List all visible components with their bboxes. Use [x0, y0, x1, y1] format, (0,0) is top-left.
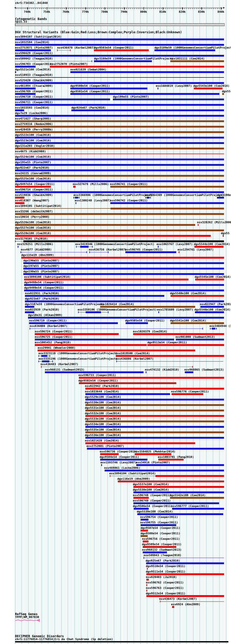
variant-bar[interactable] [94, 60, 152, 62]
variant-bar[interactable] [194, 88, 222, 89]
variant-bar-endcap[interactable] [73, 197, 74, 199]
variant-bar[interactable] [15, 219, 224, 220]
variant-bar[interactable] [41, 367, 193, 367]
variant-bar[interactable] [195, 279, 224, 280]
variant-bar[interactable] [73, 186, 76, 188]
variant-bar[interactable] [80, 246, 89, 248]
variant-bar[interactable] [23, 262, 224, 264]
variant-bar[interactable] [15, 186, 51, 188]
variant-bar[interactable] [176, 339, 224, 340]
variant-bar[interactable] [87, 448, 224, 450]
variant-bar[interactable] [85, 410, 224, 411]
variant-bar[interactable] [79, 382, 176, 384]
variant-bar[interactable] [15, 77, 224, 78]
variant-bar[interactable] [15, 142, 224, 144]
variant-bar[interactable] [172, 393, 203, 395]
variant-bar[interactable] [15, 213, 224, 215]
variant-bar[interactable] [198, 224, 199, 226]
variant-bar[interactable] [35, 333, 119, 335]
variant-bar[interactable] [101, 464, 102, 466]
variant-bar[interactable] [15, 224, 195, 226]
variant-bar-endcap[interactable] [52, 360, 53, 362]
variant-bar[interactable] [15, 44, 224, 46]
variant-bar[interactable] [170, 497, 224, 499]
variant-bar[interactable] [200, 306, 224, 308]
variant-bar[interactable] [15, 61, 92, 61]
variant-bar[interactable] [133, 497, 149, 499]
variant-bar[interactable] [57, 50, 71, 50]
variant-bar[interactable] [75, 197, 78, 199]
variant-bar-endcap[interactable] [216, 328, 217, 330]
variant-bar[interactable] [18, 246, 18, 248]
variant-bar[interactable] [89, 252, 108, 252]
variant-bar[interactable] [194, 246, 223, 248]
variant-bar[interactable] [137, 513, 223, 515]
variant-bar[interactable] [116, 361, 223, 362]
variant-bar[interactable] [35, 339, 174, 340]
variant-bar[interactable] [147, 197, 150, 199]
variant-bar[interactable] [76, 202, 76, 204]
variant-bar[interactable] [133, 333, 224, 335]
variant-bar[interactable] [15, 38, 224, 40]
variant-bar[interactable] [135, 453, 171, 455]
variant-bar[interactable] [23, 273, 224, 275]
variant-bar[interactable] [15, 98, 110, 100]
variant-bar[interactable] [15, 241, 23, 241]
variant-bar[interactable] [143, 551, 167, 553]
variant-bar[interactable] [141, 535, 148, 537]
variant-bar[interactable] [15, 159, 224, 160]
variant-bar[interactable] [70, 71, 224, 73]
variant-bar[interactable] [133, 502, 219, 504]
variant-bar[interactable] [172, 508, 224, 510]
variant-bar[interactable] [217, 197, 224, 199]
variant-bar[interactable] [158, 459, 184, 461]
variant-bar[interactable] [85, 388, 224, 390]
variant-bar[interactable] [100, 306, 195, 308]
variant-bar[interactable] [195, 311, 224, 313]
variant-bar[interactable] [15, 175, 224, 177]
variant-bar[interactable] [15, 148, 224, 149]
variant-bar-endcap[interactable] [192, 366, 193, 368]
variant-bar[interactable] [23, 240, 224, 242]
variant-bar[interactable] [185, 371, 193, 373]
variant-bar[interactable] [30, 328, 203, 329]
variant-bar-endcap[interactable] [210, 328, 210, 330]
variant-bar[interactable] [146, 579, 149, 581]
variant-bar[interactable] [42, 360, 49, 362]
variant-bar[interactable] [50, 66, 224, 68]
variant-bar[interactable] [15, 137, 224, 139]
variant-bar[interactable] [179, 251, 179, 253]
variant-bar[interactable] [15, 235, 211, 237]
variant-bar[interactable] [85, 404, 224, 406]
variant-bar[interactable] [172, 606, 174, 608]
variant-bar[interactable] [86, 311, 101, 313]
variant-bar[interactable] [29, 322, 118, 324]
variant-bar[interactable] [133, 486, 224, 488]
variant-bar[interactable] [15, 202, 24, 204]
variant-bar[interactable] [143, 546, 176, 548]
variant-bar[interactable] [146, 590, 147, 592]
variant-bar[interactable] [21, 257, 224, 259]
variant-bar[interactable] [170, 60, 224, 62]
variant-bar[interactable] [71, 109, 224, 111]
variant-bar[interactable] [15, 88, 36, 89]
variant-bar[interactable] [141, 530, 148, 531]
variant-bar[interactable] [146, 562, 224, 564]
variant-bar-endcap[interactable] [38, 355, 39, 357]
variant-bar[interactable] [24, 290, 224, 291]
variant-bar-endcap[interactable] [92, 60, 92, 62]
variant-bar[interactable] [45, 371, 144, 373]
variant-bar[interactable] [15, 180, 224, 182]
variant-bar[interactable] [158, 311, 159, 313]
variant-bar[interactable] [15, 109, 24, 111]
variant-bar[interactable] [136, 464, 224, 466]
variant-bar[interactable] [171, 295, 224, 297]
variant-bar[interactable] [111, 208, 224, 209]
variant-bar[interactable] [23, 268, 224, 270]
variant-bar[interactable] [118, 481, 224, 482]
variant-bar-endcap[interactable] [92, 246, 93, 248]
variant-bar[interactable] [160, 601, 224, 602]
variant-bar[interactable] [146, 584, 147, 586]
variant-bar[interactable] [158, 88, 158, 89]
variant-bar-endcap[interactable] [50, 355, 50, 357]
